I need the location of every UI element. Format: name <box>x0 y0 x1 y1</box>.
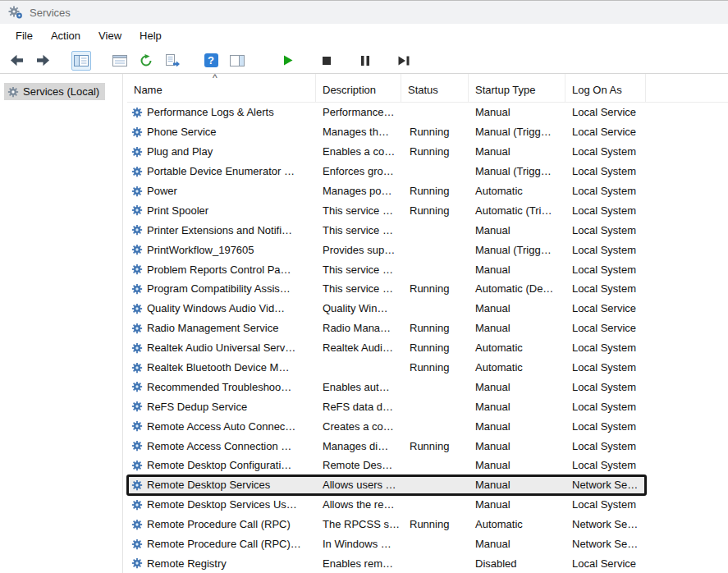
table-row[interactable]: Remote Registry Enables rem… Disabled Lo… <box>127 553 646 573</box>
start-service-button[interactable] <box>278 51 298 71</box>
service-status: Running <box>401 518 469 530</box>
menu-view[interactable]: View <box>89 25 130 46</box>
service-gear-icon <box>131 362 143 374</box>
service-gear-icon <box>131 420 143 432</box>
service-description: Realtek Audi… <box>316 342 401 354</box>
table-row[interactable]: Remote Access Connection … Manages di… R… <box>127 436 646 456</box>
service-log-on-as: Local System <box>565 204 646 217</box>
service-name: Radio Management Service <box>147 322 278 334</box>
services-list-pane: ^ Name Description Status Startup Type L… <box>127 74 728 573</box>
service-startup-type: Manual (Trigg… <box>469 165 565 177</box>
service-log-on-as: Local System <box>565 342 646 354</box>
service-log-on-as: Network Se… <box>565 479 646 491</box>
menu-file[interactable]: File <box>7 25 42 46</box>
table-row[interactable]: Quality Windows Audio Vid… Quality Win… … <box>127 299 646 319</box>
service-gear-icon <box>131 342 143 354</box>
service-gear-icon <box>131 264 143 275</box>
table-row[interactable]: Remote Desktop Services Us… Allows the r… <box>127 495 646 515</box>
show-console-tree-button[interactable] <box>71 51 91 71</box>
show-action-pane-button[interactable] <box>227 51 247 71</box>
refresh-button[interactable] <box>136 51 156 71</box>
table-row[interactable]: Program Compatibility Assis… This servic… <box>127 279 646 299</box>
help-icon: ? <box>204 53 218 67</box>
pause-service-button[interactable] <box>355 51 375 71</box>
service-description: Manages di… <box>316 440 401 452</box>
service-description: Enables a co… <box>316 145 401 158</box>
table-row[interactable]: Radio Management Service Radio Mana… Run… <box>127 319 646 338</box>
titlebar: Services <box>0 1 728 24</box>
table-row[interactable]: Remote Desktop Configurati… Remote Des… … <box>127 456 646 475</box>
column-header-status[interactable]: Status <box>401 74 469 103</box>
restart-service-button[interactable] <box>394 51 414 71</box>
service-description: Enables aut… <box>316 381 401 393</box>
column-header-name[interactable]: ^ Name <box>127 74 316 103</box>
column-header-log-on-as[interactable]: Log On As <box>565 74 646 103</box>
service-gear-icon <box>131 146 143 158</box>
table-row[interactable]: Power Manages po… Running Automatic Loca… <box>127 181 646 201</box>
service-status: Running <box>401 126 469 138</box>
service-status: Running <box>401 145 469 158</box>
service-name: Problem Reports Control Pa… <box>147 264 291 276</box>
table-row[interactable]: Plug and Play Enables a co… Running Manu… <box>127 142 646 162</box>
table-row[interactable]: Remote Access Auto Connec… Creates a co…… <box>127 416 646 436</box>
window-title: Services <box>30 7 71 19</box>
table-row[interactable]: Problem Reports Control Pa… This service… <box>127 259 646 279</box>
service-startup-type: Automatic <box>469 361 565 374</box>
column-header-description[interactable]: Description <box>316 74 401 103</box>
service-log-on-as: Network Se… <box>565 538 646 550</box>
table-row[interactable]: Realtek Audio Universal Serv… Realtek Au… <box>127 338 646 358</box>
properties-button[interactable] <box>110 51 130 71</box>
table-row[interactable]: ReFS Dedup Service ReFS data d… Manual L… <box>127 397 646 416</box>
service-gear-icon <box>131 244 143 255</box>
service-name: Phone Service <box>147 126 217 138</box>
service-log-on-as: Local System <box>565 420 646 433</box>
service-startup-type: Manual <box>469 145 565 158</box>
service-log-on-as: Local System <box>565 381 646 393</box>
service-description: This service … <box>316 264 401 276</box>
column-headers: ^ Name Description Status Startup Type L… <box>127 74 728 103</box>
service-description: Performance… <box>316 106 401 118</box>
service-name: Program Compatibility Assis… <box>147 282 291 295</box>
table-row[interactable]: Realtek Bluetooth Device M… Running Auto… <box>127 358 646 378</box>
menu-help[interactable]: Help <box>130 25 171 46</box>
service-status: Running <box>401 361 469 374</box>
service-status: Running <box>401 282 469 295</box>
service-startup-type: Manual <box>469 498 565 511</box>
column-header-label: Status <box>408 84 438 96</box>
service-log-on-as: Local System <box>565 459 646 471</box>
table-row[interactable]: Portable Device Enumerator … Enforces gr… <box>127 162 646 181</box>
back-button[interactable] <box>7 51 26 71</box>
service-startup-type: Manual <box>469 420 565 433</box>
table-row[interactable]: Remote Desktop Services Allows users … M… <box>127 475 646 495</box>
forward-button[interactable] <box>33 51 53 71</box>
service-status: Running <box>401 440 469 452</box>
service-log-on-as: Local System <box>565 401 646 413</box>
export-list-button[interactable] <box>163 51 182 71</box>
service-startup-type: Manual <box>469 381 565 393</box>
table-row[interactable]: Phone Service Manages th… Running Manual… <box>127 122 646 142</box>
column-header-label: Log On As <box>572 84 622 96</box>
stop-service-button[interactable] <box>317 51 337 71</box>
table-row[interactable]: PrintWorkflow_197605 Provides sup… Manua… <box>127 240 646 259</box>
service-startup-type: Automatic <box>469 185 565 197</box>
service-gear-icon <box>131 186 143 197</box>
service-startup-type: Manual <box>469 322 565 334</box>
service-description: Quality Win… <box>316 302 401 314</box>
help-button[interactable]: ? <box>201 51 221 71</box>
table-row[interactable]: Recommended Troubleshoo… Enables aut… Ma… <box>127 377 646 397</box>
service-gear-icon <box>131 283 143 295</box>
table-row[interactable]: Printer Extensions and Notifi… This serv… <box>127 220 646 240</box>
service-description: Manages po… <box>316 185 401 197</box>
app-icon <box>8 6 23 19</box>
table-row[interactable]: Print Spooler This service … Running Aut… <box>127 200 646 220</box>
service-gear-icon <box>131 479 143 491</box>
sort-ascending-icon: ^ <box>213 72 217 84</box>
table-row[interactable]: Remote Procedure Call (RPC)… In Windows … <box>127 534 646 554</box>
menu-action[interactable]: Action <box>42 25 89 46</box>
column-header-startup-type[interactable]: Startup Type <box>469 74 565 103</box>
table-row[interactable]: Remote Procedure Call (RPC) The RPCSS s…… <box>127 515 646 534</box>
sidebar-item-services-local[interactable]: Services (Local) <box>4 83 105 100</box>
service-log-on-as: Local Service <box>565 557 646 570</box>
service-description: Enables rem… <box>316 557 401 570</box>
table-row[interactable]: Performance Logs & Alerts Performance… M… <box>127 103 646 122</box>
